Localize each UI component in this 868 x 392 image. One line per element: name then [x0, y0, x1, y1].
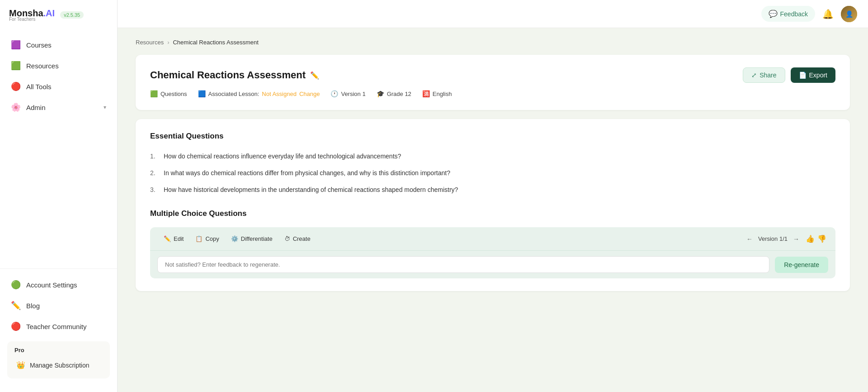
content-card: Essential Questions 1. How do chemical r…: [136, 119, 850, 291]
question-text: How have historical developments in the …: [164, 185, 458, 195]
regen-row: Re-generate: [150, 251, 835, 278]
card-actions: ⤢ Share 📄 Export: [743, 67, 835, 83]
lesson-icon: 🟦: [198, 90, 206, 97]
chevron-down-icon: ▾: [104, 104, 106, 110]
thumbs-down-button[interactable]: 👎: [817, 234, 826, 243]
toolbar-actions: ✏️ Edit 📋 Copy ⚙️ Differentiate ⏱: [159, 233, 315, 245]
grade-icon: 🎓: [377, 90, 384, 97]
sidebar-item-blog[interactable]: ✏️ Blog: [0, 295, 117, 316]
main-content: 💬 Feedback 🔔 👤 Resources › Chemical Reac…: [118, 0, 868, 392]
edit-icon[interactable]: ✏️: [310, 71, 319, 80]
question-text: How do chemical reactions influence ever…: [164, 152, 401, 161]
breadcrumb: Resources › Chemical Reactions Assessmen…: [136, 39, 850, 46]
courses-icon: 🟪: [11, 40, 21, 50]
bell-icon: 🔔: [822, 9, 834, 19]
admin-icon: 🌸: [11, 102, 21, 112]
differentiate-icon: ⚙️: [231, 235, 238, 242]
edit-button[interactable]: ✏️ Edit: [159, 233, 188, 245]
meta-grade: 🎓 Grade 12: [377, 90, 411, 97]
sidebar-item-resources[interactable]: 🟩 Resources: [0, 55, 117, 76]
card-header: Chemical Reactions Assessment ✏️ ⤢ Share…: [150, 67, 835, 83]
toolbar-row: ✏️ Edit 📋 Copy ⚙️ Differentiate ⏱: [150, 227, 835, 251]
breadcrumb-resources[interactable]: Resources: [136, 39, 164, 46]
pro-label: Pro: [14, 347, 103, 354]
sidebar-item-label: Teacher Community: [26, 323, 86, 330]
feedback-thumbs: 👍 👎: [806, 234, 826, 243]
list-item: 3. How have historical developments in t…: [150, 182, 835, 198]
feedback-label: Feedback: [780, 10, 808, 18]
logo: Monsha.AI For Teachers: [9, 8, 55, 22]
grade-label: Grade 12: [387, 91, 411, 97]
version-badge: v2.5.35: [60, 11, 84, 19]
assessment-title: Chemical Reactions Assessment ✏️: [150, 69, 319, 81]
meta-questions: 🟩 Questions: [150, 90, 187, 97]
toolbar-right: ← Version 1/1 → 👍 👎: [745, 234, 826, 244]
sidebar-item-label: Courses: [26, 41, 52, 49]
sidebar-item-account-settings[interactable]: 🟢 Account Settings: [0, 274, 117, 295]
questions-icon: 🟩: [150, 90, 158, 97]
sidebar-item-courses[interactable]: 🟪 Courses: [0, 34, 117, 55]
tools-icon: 🔴: [11, 81, 21, 91]
version-text: Version 1/1: [758, 235, 788, 242]
card-meta: 🟩 Questions 🟦 Associated Lesson: Not Ass…: [150, 90, 835, 97]
meta-version: 🕐 Version 1: [330, 90, 365, 97]
sidebar-item-all-tools[interactable]: 🔴 All Tools: [0, 76, 117, 97]
share-button[interactable]: ⤢ Share: [743, 67, 785, 83]
sidebar-item-label: Blog: [26, 302, 40, 310]
regen-input[interactable]: [157, 256, 769, 273]
edit-icon: ✏️: [164, 235, 171, 242]
version-icon: 🕐: [330, 90, 338, 97]
language-icon: 🈵: [422, 90, 430, 97]
mcq-title: Multiple Choice Questions: [150, 209, 835, 218]
feedback-button[interactable]: 💬 Feedback: [761, 6, 815, 22]
avatar-image: 👤: [841, 6, 857, 22]
questions-label: Questions: [160, 91, 187, 97]
sidebar-nav: 🟪 Courses 🟩 Resources 🔴 All Tools 🌸 Admi…: [0, 30, 117, 268]
lesson-label: Associated Lesson:: [208, 91, 259, 97]
copy-icon: 📋: [195, 235, 203, 242]
not-assigned-text: Not Assigned: [262, 91, 297, 97]
essential-questions-title: Essential Questions: [150, 132, 835, 141]
notification-button[interactable]: 🔔: [822, 9, 834, 19]
sidebar-item-label: Admin: [26, 104, 46, 111]
logo-area: Monsha.AI For Teachers v2.5.35: [0, 0, 117, 30]
assessment-info-card: Chemical Reactions Assessment ✏️ ⤢ Share…: [136, 55, 850, 110]
feedback-icon: 💬: [769, 10, 778, 18]
next-version-button[interactable]: →: [791, 234, 801, 244]
list-item: 1. How do chemical reactions influence e…: [150, 148, 835, 165]
language-label: English: [433, 91, 452, 97]
community-icon: 🔴: [11, 321, 21, 331]
change-link[interactable]: Change: [299, 91, 320, 97]
regenerate-button[interactable]: Re-generate: [775, 257, 828, 273]
resources-icon: 🟩: [11, 61, 21, 71]
prev-version-button[interactable]: ←: [745, 234, 755, 244]
meta-lesson: 🟦 Associated Lesson: Not Assigned Change: [198, 90, 320, 97]
toolbar-card: ✏️ Edit 📋 Copy ⚙️ Differentiate ⏱: [150, 227, 835, 278]
list-item: 2. In what ways do chemical reactions di…: [150, 165, 835, 182]
sidebar-item-teacher-community[interactable]: 🔴 Teacher Community: [0, 316, 117, 337]
meta-language: 🈵 English: [422, 90, 452, 97]
avatar[interactable]: 👤: [841, 6, 857, 22]
create-button[interactable]: ⏱ Create: [280, 233, 315, 245]
thumbs-up-button[interactable]: 👍: [806, 234, 815, 243]
sidebar-bottom: 🟢 Account Settings ✏️ Blog 🔴 Teacher Com…: [0, 268, 117, 392]
version-label: Version 1: [341, 91, 365, 97]
blog-icon: ✏️: [11, 301, 21, 311]
copy-button[interactable]: 📋 Copy: [191, 233, 223, 245]
question-text: In what ways do chemical reactions diffe…: [164, 168, 450, 178]
pro-section: Pro 👑 Manage Subscription: [7, 341, 110, 378]
sidebar-item-label: Account Settings: [26, 281, 77, 289]
breadcrumb-separator: ›: [167, 39, 169, 46]
topbar: 💬 Feedback 🔔 👤: [118, 0, 868, 28]
sidebar-item-manage-subscription[interactable]: 👑 Manage Subscription: [14, 357, 103, 373]
sidebar-item-admin[interactable]: 🌸 Admin ▾: [0, 97, 117, 118]
version-nav: ← Version 1/1 →: [745, 234, 801, 244]
page-body: Resources › Chemical Reactions Assessmen…: [118, 28, 868, 392]
crown-icon: 👑: [16, 361, 25, 369]
create-icon: ⏱: [284, 235, 290, 242]
essential-questions-list: 1. How do chemical reactions influence e…: [150, 148, 835, 198]
sidebar-item-label: All Tools: [26, 83, 52, 91]
export-button[interactable]: 📄 Export: [791, 67, 835, 83]
export-icon: 📄: [799, 72, 807, 79]
differentiate-button[interactable]: ⚙️ Differentiate: [226, 233, 277, 245]
